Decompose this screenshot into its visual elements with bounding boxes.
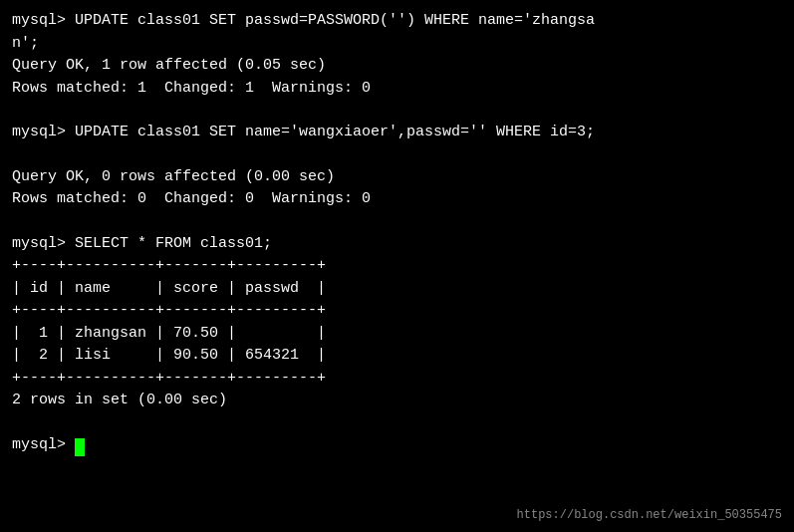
output-line: | id | name | score | passwd | (12, 278, 782, 301)
output-line: +----+----------+-------+---------+ (12, 300, 782, 323)
prompt-line: mysql> UPDATE class01 SET passwd=PASSWOR… (12, 10, 782, 33)
empty-line (12, 412, 782, 434)
prompt-line-cursor: mysql> (12, 434, 782, 457)
prompt-line: mysql> UPDATE class01 SET name='wangxiao… (12, 122, 782, 144)
empty-line (12, 100, 782, 122)
prompt-line: mysql> SELECT * FROM class01; (12, 233, 782, 256)
output-line: Rows matched: 1 Changed: 1 Warnings: 0 (12, 78, 782, 101)
terminal-cursor (75, 438, 85, 456)
output-line: Rows matched: 0 Changed: 0 Warnings: 0 (12, 188, 782, 211)
output-line: +----+----------+-------+---------+ (12, 255, 782, 278)
empty-line (12, 144, 782, 166)
terminal-output: mysql> UPDATE class01 SET passwd=PASSWOR… (12, 10, 782, 456)
output-line: | 2 | lisi | 90.50 | 654321 | (12, 345, 782, 368)
output-line: Query OK, 0 rows affected (0.00 sec) (12, 166, 782, 189)
output-line: +----+----------+-------+---------+ (12, 368, 782, 391)
output-line: 2 rows in set (0.00 sec) (12, 390, 782, 412)
terminal-window: mysql> UPDATE class01 SET passwd=PASSWOR… (0, 0, 794, 532)
prompt-line: n'; (12, 33, 782, 56)
output-line: Query OK, 1 row affected (0.05 sec) (12, 55, 782, 78)
output-line: | 1 | zhangsan | 70.50 | | (12, 323, 782, 346)
watermark: https://blog.csdn.net/weixin_50355475 (517, 508, 782, 522)
empty-line (12, 211, 782, 233)
